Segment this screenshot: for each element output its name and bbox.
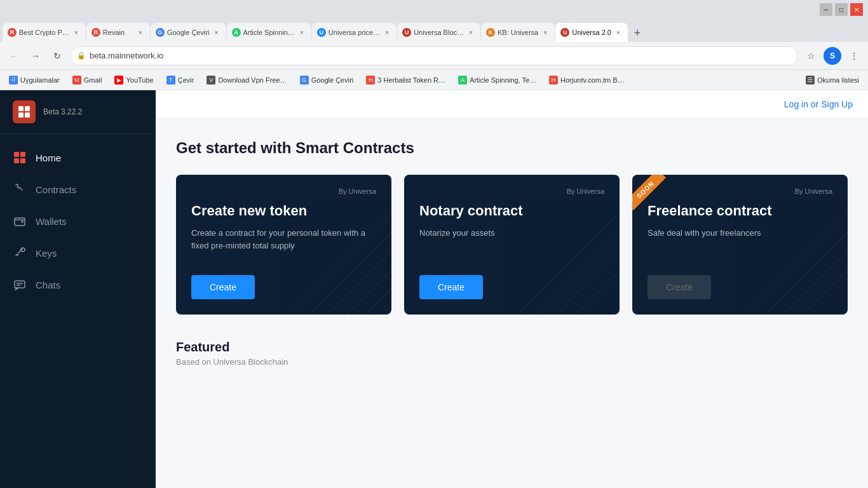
- bookmark-reading-list[interactable]: ☰ Okuma listesi: [802, 74, 863, 86]
- bookmark-icon-herbalist: H: [366, 76, 375, 85]
- bookmark-gmail[interactable]: M Gmail: [69, 74, 106, 86]
- tab-close-2[interactable]: ×: [136, 28, 145, 37]
- tab-2[interactable]: R Revain ×: [86, 23, 150, 42]
- svg-rect-6: [14, 158, 19, 163]
- bookmark-label-horjuntv: Horjuntv.com.tm B…: [560, 76, 625, 84]
- svg-rect-10: [15, 281, 25, 288]
- bookmark-label-gmail: Gmail: [84, 76, 102, 84]
- bookmark-horjuntv[interactable]: H Horjuntv.com.tm B…: [545, 74, 628, 86]
- bookmark-vpn[interactable]: V Download Vpn Free…: [203, 74, 290, 86]
- svg-rect-1: [25, 106, 30, 111]
- tab-close-7[interactable]: ×: [541, 28, 550, 37]
- tab-close-6[interactable]: ×: [466, 28, 475, 37]
- keys-icon: [13, 246, 27, 260]
- sidebar-item-label-chats: Chats: [36, 280, 60, 290]
- bookmark-google-translate[interactable]: G Google Çeviri: [296, 74, 358, 86]
- sidebar-item-label-wallets: Wallets: [36, 216, 67, 227]
- tab-6[interactable]: U Universa Bloc… ×: [397, 23, 480, 42]
- contracts-icon: [13, 182, 27, 196]
- bookmark-button[interactable]: ☆: [802, 47, 820, 65]
- main-body: Get started with Smart Contracts By Univ…: [156, 119, 868, 387]
- section-title: Get started with Smart Contracts: [176, 139, 848, 157]
- create-button-2[interactable]: Create: [419, 275, 483, 299]
- tab-favicon-2: R: [92, 28, 100, 37]
- bookmark-icon-apps: ⠿: [9, 76, 18, 85]
- reload-button[interactable]: ↻: [48, 47, 66, 65]
- svg-rect-7: [20, 158, 25, 163]
- sidebar-item-home[interactable]: Home: [0, 142, 156, 173]
- bookmark-youtube[interactable]: ▶ YouTube: [111, 74, 157, 86]
- sidebar-header: Beta 3.22.2: [0, 90, 156, 134]
- close-button[interactable]: ✕: [850, 3, 863, 16]
- tab-favicon-5: U: [317, 28, 326, 37]
- svg-rect-5: [20, 152, 25, 157]
- sidebar-nav: Home Contracts: [0, 134, 156, 488]
- back-button[interactable]: ←: [5, 47, 23, 65]
- bookmark-label-youtube: YouTube: [126, 76, 153, 84]
- card-by-label-2: By Universa: [419, 187, 604, 195]
- soon-ribbon-wrapper: SOON: [632, 175, 677, 219]
- tab-close-3[interactable]: ×: [212, 28, 221, 37]
- lock-icon: 🔒: [77, 51, 86, 60]
- bookmark-icon-horjuntv: H: [549, 76, 558, 85]
- bookmark-article[interactable]: A Article Spinning, Te…: [454, 74, 540, 86]
- tab-7[interactable]: K KB: Universa ×: [481, 23, 555, 42]
- svg-line-17: [353, 276, 391, 315]
- bookmark-apps[interactable]: ⠿ Uygulamalar: [5, 74, 64, 86]
- tab-8[interactable]: U Universa 2.0 ×: [555, 23, 628, 42]
- svg-line-25: [790, 257, 848, 315]
- bookmark-label-vpn: Download Vpn Free…: [218, 76, 287, 84]
- create-button-1[interactable]: Create: [191, 275, 255, 299]
- forward-button[interactable]: →: [27, 47, 44, 65]
- create-button-3[interactable]: Create: [648, 275, 711, 299]
- cards-row: By Universa Create new token Create a co…: [176, 175, 848, 315]
- bookmark-label-translate: Çevir: [178, 76, 194, 84]
- home-icon: [13, 151, 27, 165]
- card-notary: By Universa Notary contract Notarize you…: [404, 175, 620, 315]
- bookmark-label-google-translate: Google Çeviri: [311, 76, 354, 84]
- svg-rect-4: [14, 152, 19, 157]
- tab-5[interactable]: U Universa price… ×: [312, 23, 397, 42]
- bookmark-label-herbalist: 3 Herbalist Token R…: [377, 76, 445, 84]
- tab-label-2: Revain: [103, 29, 125, 36]
- bookmark-herbalist[interactable]: H 3 Herbalist Token R…: [362, 74, 449, 86]
- tab-label-5: Universa price…: [329, 29, 380, 36]
- tab-favicon-3: G: [156, 28, 165, 37]
- card-desc-3: Safe deal with your freelancers: [648, 227, 832, 262]
- tab-4[interactable]: A Article Spinnin… ×: [227, 23, 311, 42]
- minimize-button[interactable]: ─: [820, 3, 832, 16]
- address-bar-row: ← → ↻ 🔒 beta.mainnetwork.io ☆ S ⋮: [0, 42, 868, 70]
- maximize-button[interactable]: □: [835, 3, 848, 16]
- bookmark-translate[interactable]: T Çevir: [163, 74, 198, 86]
- profile-button[interactable]: S: [824, 47, 841, 65]
- svg-rect-2: [18, 112, 24, 118]
- tab-favicon-7: K: [486, 28, 495, 37]
- tabs-bar: R Best Crypto P… × R Revain × G Google Ç…: [0, 19, 868, 42]
- sidebar-item-label-contracts: Contracts: [36, 184, 76, 195]
- sidebar-item-contracts[interactable]: Contracts: [0, 173, 156, 205]
- tab-3[interactable]: G Google Çeviri ×: [151, 23, 226, 42]
- tab-close-5[interactable]: ×: [383, 28, 391, 37]
- window-controls: ─ □ ✕: [820, 3, 863, 16]
- tab-label-8: Universa 2.0: [572, 29, 611, 36]
- sidebar-item-keys[interactable]: Keys: [0, 237, 156, 269]
- address-field[interactable]: 🔒 beta.mainnetwork.io: [70, 46, 798, 65]
- new-tab-button[interactable]: +: [628, 24, 646, 42]
- sidebar-item-wallets[interactable]: Wallets: [0, 205, 156, 237]
- bookmark-icon-youtube: ▶: [114, 76, 123, 85]
- card-by-label-1: By Universa: [191, 187, 376, 195]
- bookmark-label-reading: Okuma listesi: [817, 76, 859, 84]
- menu-button[interactable]: ⋮: [845, 47, 863, 65]
- title-bar: ─ □ ✕: [0, 0, 868, 19]
- featured-section: Featured Based on Universa Blockchain: [176, 340, 848, 367]
- tab-close-1[interactable]: ×: [72, 28, 81, 37]
- sidebar-item-chats[interactable]: Chats: [0, 269, 156, 301]
- tab-1[interactable]: R Best Crypto P… ×: [3, 23, 86, 42]
- featured-sub: Based on Universa Blockchain: [176, 357, 848, 367]
- tab-close-8[interactable]: ×: [614, 28, 623, 37]
- card-title-2: Notary contract: [419, 203, 604, 219]
- bookmark-label-article: Article Spinning, Te…: [470, 76, 536, 84]
- svg-rect-3: [25, 112, 30, 118]
- login-link[interactable]: Log in or Sign Up: [784, 99, 853, 109]
- tab-close-4[interactable]: ×: [297, 28, 306, 37]
